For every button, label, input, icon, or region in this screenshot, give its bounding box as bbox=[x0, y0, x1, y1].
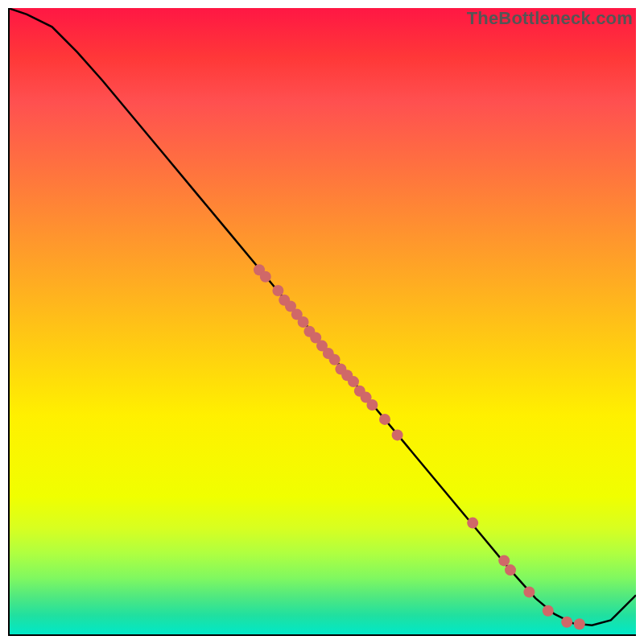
highlight-point bbox=[348, 376, 359, 387]
highlight-points bbox=[254, 264, 585, 630]
watermark-text: TheBottleneck.com bbox=[467, 8, 633, 29]
highlight-point bbox=[260, 271, 271, 283]
highlight-point bbox=[498, 555, 510, 566]
highlight-point bbox=[543, 605, 554, 617]
highlight-point bbox=[574, 618, 585, 630]
highlight-point bbox=[298, 316, 309, 328]
highlight-point bbox=[523, 586, 535, 597]
main-curve bbox=[8, 8, 636, 625]
chart-svg bbox=[8, 8, 636, 636]
highlight-point bbox=[505, 564, 516, 576]
highlight-point bbox=[272, 285, 283, 296]
chart-container: TheBottleneck.com bbox=[0, 0, 644, 644]
highlight-point bbox=[467, 518, 478, 529]
highlight-point bbox=[392, 429, 403, 440]
highlight-point bbox=[379, 414, 390, 425]
highlight-point bbox=[366, 399, 378, 411]
highlight-point bbox=[561, 617, 572, 628]
highlight-point bbox=[329, 354, 341, 365]
